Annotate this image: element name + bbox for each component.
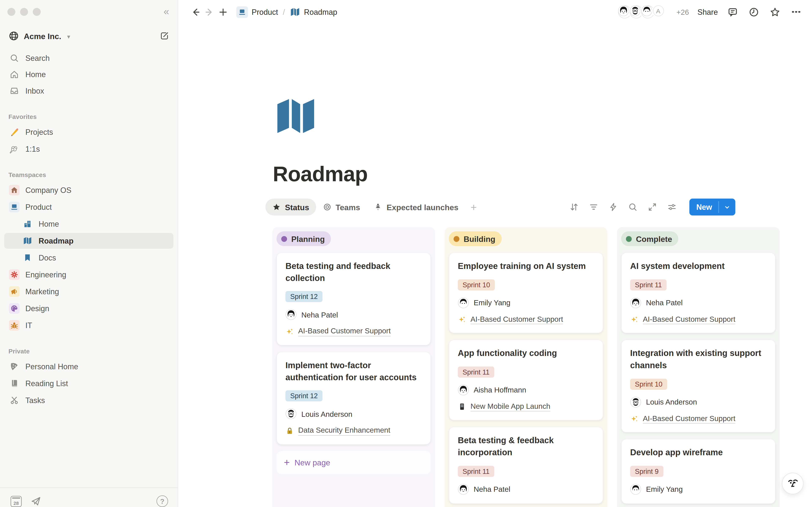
window-close-button[interactable] — [7, 8, 15, 16]
sidebar-item-label: Reading List — [26, 379, 68, 388]
sidebar-item-label: Product — [26, 203, 52, 211]
tab-status[interactable]: Status — [265, 199, 316, 216]
sprint-tag: Sprint 10 — [630, 379, 667, 390]
expand-icon[interactable] — [647, 202, 658, 212]
sidebar-item-engineering[interactable]: Engineering — [4, 267, 173, 283]
card-link[interactable]: AI-Based Customer Support — [458, 315, 594, 324]
card[interactable]: AI system development Sprint 11 Neha Pat… — [621, 252, 776, 333]
card-title[interactable]: Beta testing and feedback collection — [286, 261, 422, 285]
sidebar-item-tasks[interactable]: Tasks — [4, 393, 173, 408]
card-title[interactable]: Employee training on AI system — [458, 261, 594, 273]
favorite-star-icon[interactable] — [769, 5, 781, 19]
sidebar-item-product-home[interactable]: Home — [4, 216, 173, 232]
sidebar-item-product[interactable]: Product — [4, 199, 173, 215]
card-link[interactable]: New Mobile App Launch — [458, 402, 594, 411]
sidebar-item-reading-list[interactable]: Reading List — [4, 376, 173, 391]
help-icon[interactable]: ? — [156, 495, 168, 507]
column-header-planning[interactable]: Planning — [276, 231, 331, 246]
column-header-complete[interactable]: Complete — [621, 231, 678, 246]
new-button[interactable]: New — [689, 199, 735, 216]
card[interactable]: App functionality coding Sprint 11 Aisha… — [449, 340, 603, 420]
status-dot — [454, 236, 459, 242]
comments-icon[interactable] — [726, 5, 739, 19]
share-button[interactable]: Share — [697, 8, 718, 16]
compose-icon[interactable] — [160, 31, 169, 41]
window-zoom-button[interactable] — [33, 8, 41, 16]
automations-icon[interactable] — [608, 202, 618, 212]
breadcrumb-roadmap[interactable]: Roadmap — [304, 8, 337, 16]
sort-icon[interactable] — [569, 202, 579, 212]
sidebar-item-label: IT — [26, 321, 32, 330]
new-page-button[interactable]: + New page — [276, 451, 431, 474]
window-controls[interactable] — [0, 0, 177, 16]
card-link[interactable]: AI-Based Customer Support — [630, 414, 767, 424]
card-person: Emily Yang — [630, 484, 767, 495]
page-icon-map[interactable] — [272, 94, 319, 140]
updates-clock-icon[interactable] — [748, 5, 760, 19]
sidebar-item-docs[interactable]: Docs — [4, 250, 173, 266]
back-icon[interactable] — [189, 5, 203, 19]
tab-expected-launches[interactable]: Expected launches — [367, 199, 465, 216]
star-icon — [272, 203, 281, 211]
card-link[interactable]: AI-Based Customer Support — [630, 315, 767, 324]
notion-ai-button[interactable] — [782, 473, 804, 495]
paper-plane-icon[interactable] — [31, 496, 41, 507]
filter-icon[interactable] — [589, 202, 599, 212]
page-content: Roadmap Status Teams Expected launches + — [178, 24, 812, 507]
plus-icon: + — [284, 457, 290, 468]
card[interactable]: Beta testing and feedback collection Spr… — [276, 252, 431, 345]
building-icon — [22, 219, 34, 229]
collaborator-avatars[interactable]: A — [617, 4, 665, 20]
sidebar-item-label: Projects — [26, 128, 53, 136]
sidebar-item-it[interactable]: IT — [4, 318, 173, 333]
card[interactable]: Implement two-factor authentication for … — [276, 352, 431, 445]
page-title[interactable]: Roadmap — [273, 162, 812, 186]
card-title[interactable]: Develop app wireframe — [630, 447, 767, 459]
sparkles-icon — [630, 414, 639, 423]
card-link[interactable]: AI-Based Customer Support — [286, 327, 422, 336]
card-link[interactable]: Data Security Enhancement — [286, 426, 422, 436]
gear-icon — [8, 269, 20, 280]
sidebar: « Acme Inc. ▼ Search Home Inbox Favorite… — [0, 0, 178, 507]
new-page-icon[interactable] — [216, 5, 230, 19]
more-collaborators-count[interactable]: +26 — [676, 8, 689, 16]
view-settings-icon[interactable] — [667, 202, 677, 212]
workspace-switcher[interactable]: Acme Inc. ▼ — [4, 29, 173, 43]
card[interactable]: Integration with existing support channe… — [621, 340, 776, 433]
section-label-teamspaces: Teamspaces — [8, 171, 169, 178]
avatar — [458, 484, 469, 495]
card-title[interactable]: Implement two-factor authentication for … — [286, 359, 422, 384]
sidebar-item-marketing[interactable]: Marketing — [4, 284, 173, 299]
card-title[interactable]: Integration with existing support channe… — [630, 348, 767, 372]
sidebar-item-home[interactable]: Home — [4, 66, 173, 82]
sidebar-item-search[interactable]: Search — [4, 50, 173, 66]
window-minimize-button[interactable] — [20, 8, 28, 16]
sidebar-item-roadmap[interactable]: Roadmap — [4, 233, 173, 249]
card[interactable]: Employee training on AI system Sprint 10… — [449, 252, 603, 333]
column-header-building[interactable]: Building — [449, 231, 502, 246]
sidebar-item-personal-home[interactable]: Personal Home — [4, 359, 173, 375]
sidebar-item-inbox[interactable]: Inbox — [4, 83, 173, 99]
lock-icon — [286, 427, 294, 435]
sidebar-collapse-icon[interactable]: « — [164, 6, 169, 16]
card[interactable]: Develop app wireframe Sprint 9 Emily Yan… — [621, 439, 776, 504]
forward-icon[interactable] — [203, 5, 216, 19]
card-person: Aisha Hoffmann — [458, 385, 594, 396]
card-title[interactable]: App functionality coding — [458, 348, 594, 360]
more-options-icon[interactable] — [790, 5, 803, 19]
sidebar-item-1-1s[interactable]: 1:1s — [4, 141, 173, 157]
sidebar-item-company-os[interactable]: Company OS — [4, 182, 173, 198]
breadcrumb-product[interactable]: Product — [252, 8, 278, 16]
tab-teams[interactable]: Teams — [316, 199, 367, 216]
calendar-icon[interactable]: 28 — [11, 496, 22, 507]
card-title[interactable]: Beta testing & feedback incorporation — [458, 435, 594, 459]
card[interactable]: Beta testing & feedback incorporation Sp… — [449, 427, 603, 504]
add-view-icon[interactable]: + — [465, 201, 482, 213]
chevron-down-icon[interactable] — [719, 199, 735, 216]
sidebar-item-projects[interactable]: Projects — [4, 124, 173, 140]
sidebar-item-label: Personal Home — [26, 362, 78, 371]
avatar — [458, 297, 469, 308]
search-icon[interactable] — [627, 202, 638, 212]
sidebar-item-design[interactable]: Design — [4, 300, 173, 317]
card-title[interactable]: AI system development — [630, 261, 767, 273]
